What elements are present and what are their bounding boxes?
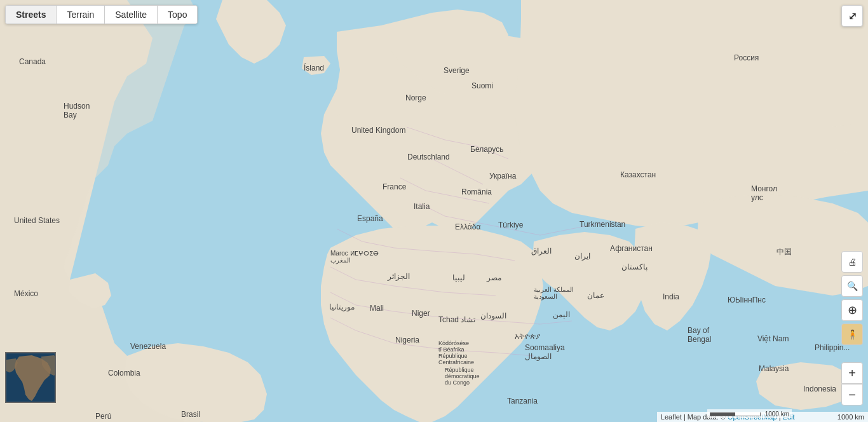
right-controls: 🖨 🔍 ⊕ 🧍 [841, 251, 863, 348]
scale-label: 1000 km [837, 413, 864, 421]
person-icon: 🧍 [847, 329, 858, 339]
person-button[interactable]: 🧍 [841, 323, 863, 345]
search-button[interactable]: 🔍 [841, 275, 863, 297]
map-background [0, 0, 868, 422]
zoom-in-button[interactable]: + [841, 362, 863, 384]
scale-bar: 1000 km [707, 409, 792, 418]
fullscreen-button[interactable]: ⤢ [841, 5, 863, 27]
print-button[interactable]: 🖨 [841, 251, 863, 273]
tab-bar: Streets Terrain Satellite Topo [5, 5, 198, 24]
fullscreen-icon: ⤢ [848, 10, 857, 22]
map-container[interactable]: Canada HudsonBay United States México Ve… [0, 0, 868, 422]
zoom-out-button[interactable]: − [841, 384, 863, 405]
locate-icon: ⊕ [848, 303, 857, 317]
mini-map[interactable] [5, 352, 56, 403]
tab-terrain[interactable]: Terrain [57, 6, 105, 24]
tab-satellite[interactable]: Satellite [105, 6, 158, 24]
tab-topo[interactable]: Topo [158, 6, 197, 24]
print-icon: 🖨 [848, 257, 857, 267]
tab-streets[interactable]: Streets [6, 6, 57, 24]
zoom-controls: + − [841, 362, 863, 405]
leaflet-label: Leaflet [661, 413, 682, 421]
search-icon: 🔍 [847, 281, 858, 291]
locate-button[interactable]: ⊕ [841, 299, 863, 321]
